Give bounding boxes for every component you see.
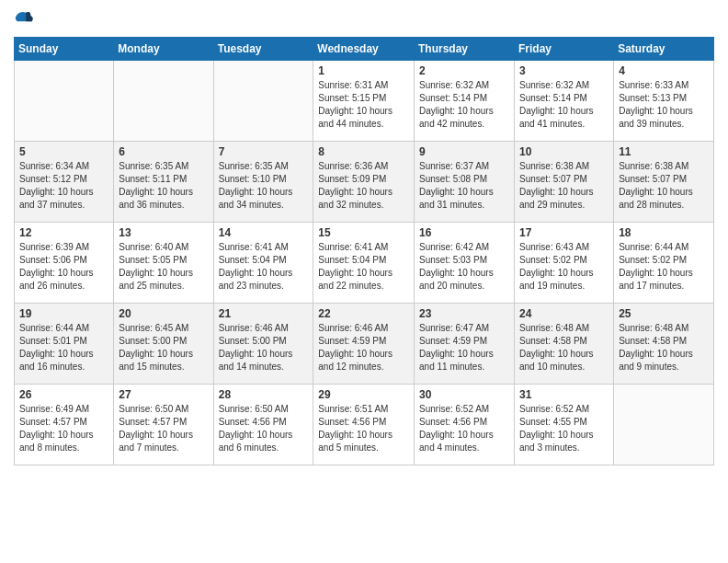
day-info: Sunrise: 6:35 AM Sunset: 5:11 PM Dayligh… [119,160,208,212]
calendar-cell: 24Sunrise: 6:48 AM Sunset: 4:58 PM Dayli… [515,304,614,385]
day-info: Sunrise: 6:47 AM Sunset: 4:59 PM Dayligh… [419,322,509,373]
logo-icon [14,9,34,29]
day-number: 25 [619,307,709,320]
day-number: 2 [419,64,509,77]
day-number: 7 [219,145,309,158]
calendar-cell: 13Sunrise: 6:40 AM Sunset: 5:05 PM Dayli… [114,223,213,304]
day-number: 8 [318,145,409,158]
day-info: Sunrise: 6:32 AM Sunset: 5:14 PM Dayligh… [519,79,609,131]
weekday-header: Wednesday [313,38,415,61]
day-number: 17 [519,226,609,239]
day-info: Sunrise: 6:31 AM Sunset: 5:15 PM Dayligh… [318,79,409,131]
day-number: 4 [619,64,709,77]
day-info: Sunrise: 6:38 AM Sunset: 5:07 PM Dayligh… [619,160,709,212]
day-info: Sunrise: 6:35 AM Sunset: 5:10 PM Dayligh… [219,160,309,212]
calendar-cell: 6Sunrise: 6:35 AM Sunset: 5:11 PM Daylig… [114,142,213,223]
calendar-cell: 3Sunrise: 6:32 AM Sunset: 5:14 PM Daylig… [515,61,614,142]
calendar-cell: 4Sunrise: 6:33 AM Sunset: 5:13 PM Daylig… [614,61,714,142]
day-number: 30 [419,388,509,401]
day-info: Sunrise: 6:43 AM Sunset: 5:02 PM Dayligh… [519,241,609,293]
day-info: Sunrise: 6:37 AM Sunset: 5:08 PM Dayligh… [419,160,509,212]
day-number: 21 [219,307,309,320]
day-info: Sunrise: 6:42 AM Sunset: 5:03 PM Dayligh… [419,241,509,293]
calendar-header-row: SundayMondayTuesdayWednesdayThursdayFrid… [15,38,714,61]
day-number: 23 [419,307,509,320]
calendar-cell: 28Sunrise: 6:50 AM Sunset: 4:56 PM Dayli… [213,385,313,465]
weekday-header: Tuesday [213,38,313,61]
day-info: Sunrise: 6:46 AM Sunset: 5:00 PM Dayligh… [219,322,309,373]
calendar-cell: 22Sunrise: 6:46 AM Sunset: 4:59 PM Dayli… [313,304,415,385]
calendar-cell: 9Sunrise: 6:37 AM Sunset: 5:08 PM Daylig… [415,142,515,223]
day-info: Sunrise: 6:44 AM Sunset: 5:02 PM Dayligh… [619,241,709,293]
page-header [14,9,714,29]
calendar-cell: 7Sunrise: 6:35 AM Sunset: 5:10 PM Daylig… [213,142,313,223]
day-number: 6 [119,145,208,158]
day-number: 13 [119,226,208,239]
calendar-week-row: 1Sunrise: 6:31 AM Sunset: 5:15 PM Daylig… [15,61,714,142]
weekday-header: Thursday [415,38,515,61]
day-info: Sunrise: 6:48 AM Sunset: 4:58 PM Dayligh… [519,322,609,373]
day-number: 5 [19,145,108,158]
day-info: Sunrise: 6:41 AM Sunset: 5:04 PM Dayligh… [219,241,309,293]
calendar-cell: 23Sunrise: 6:47 AM Sunset: 4:59 PM Dayli… [415,304,515,385]
day-number: 27 [119,388,208,401]
calendar-cell [213,61,313,142]
day-number: 16 [419,226,509,239]
weekday-header: Monday [114,38,213,61]
calendar-week-row: 19Sunrise: 6:44 AM Sunset: 5:01 PM Dayli… [15,304,714,385]
calendar-cell [614,385,714,465]
day-info: Sunrise: 6:46 AM Sunset: 4:59 PM Dayligh… [318,322,409,373]
day-info: Sunrise: 6:41 AM Sunset: 5:04 PM Dayligh… [318,241,409,293]
calendar-week-row: 26Sunrise: 6:49 AM Sunset: 4:57 PM Dayli… [15,385,714,465]
day-info: Sunrise: 6:48 AM Sunset: 4:58 PM Dayligh… [619,322,709,373]
calendar-cell: 15Sunrise: 6:41 AM Sunset: 5:04 PM Dayli… [313,223,415,304]
logo [14,9,38,29]
calendar-cell: 5Sunrise: 6:34 AM Sunset: 5:12 PM Daylig… [15,142,114,223]
calendar-cell: 20Sunrise: 6:45 AM Sunset: 5:00 PM Dayli… [114,304,213,385]
calendar-cell [114,61,213,142]
day-info: Sunrise: 6:33 AM Sunset: 5:13 PM Dayligh… [619,79,709,131]
day-number: 12 [19,226,108,239]
calendar-cell: 2Sunrise: 6:32 AM Sunset: 5:14 PM Daylig… [415,61,515,142]
day-info: Sunrise: 6:51 AM Sunset: 4:56 PM Dayligh… [318,403,409,454]
day-info: Sunrise: 6:38 AM Sunset: 5:07 PM Dayligh… [519,160,609,212]
calendar-week-row: 12Sunrise: 6:39 AM Sunset: 5:06 PM Dayli… [15,223,714,304]
calendar-cell: 1Sunrise: 6:31 AM Sunset: 5:15 PM Daylig… [313,61,415,142]
day-number: 14 [219,226,309,239]
day-number: 31 [519,388,609,401]
day-info: Sunrise: 6:50 AM Sunset: 4:56 PM Dayligh… [219,403,309,454]
day-number: 10 [519,145,609,158]
day-info: Sunrise: 6:45 AM Sunset: 5:00 PM Dayligh… [119,322,208,373]
day-number: 18 [619,226,709,239]
day-info: Sunrise: 6:34 AM Sunset: 5:12 PM Dayligh… [19,160,108,212]
calendar-cell: 30Sunrise: 6:52 AM Sunset: 4:56 PM Dayli… [415,385,515,465]
calendar-cell: 17Sunrise: 6:43 AM Sunset: 5:02 PM Dayli… [515,223,614,304]
calendar-cell [15,61,114,142]
day-number: 22 [318,307,409,320]
day-info: Sunrise: 6:36 AM Sunset: 5:09 PM Dayligh… [318,160,409,212]
calendar-cell: 16Sunrise: 6:42 AM Sunset: 5:03 PM Dayli… [415,223,515,304]
calendar-cell: 8Sunrise: 6:36 AM Sunset: 5:09 PM Daylig… [313,142,415,223]
day-number: 24 [519,307,609,320]
calendar-week-row: 5Sunrise: 6:34 AM Sunset: 5:12 PM Daylig… [15,142,714,223]
day-number: 15 [318,226,409,239]
day-number: 29 [318,388,409,401]
day-number: 3 [519,64,609,77]
calendar-table: SundayMondayTuesdayWednesdayThursdayFrid… [14,37,714,465]
day-info: Sunrise: 6:39 AM Sunset: 5:06 PM Dayligh… [19,241,108,293]
weekday-header: Saturday [614,38,714,61]
calendar-cell: 21Sunrise: 6:46 AM Sunset: 5:00 PM Dayli… [213,304,313,385]
day-number: 19 [19,307,108,320]
calendar-cell: 19Sunrise: 6:44 AM Sunset: 5:01 PM Dayli… [15,304,114,385]
calendar-cell: 14Sunrise: 6:41 AM Sunset: 5:04 PM Dayli… [213,223,313,304]
calendar-cell: 10Sunrise: 6:38 AM Sunset: 5:07 PM Dayli… [515,142,614,223]
day-number: 20 [119,307,208,320]
day-info: Sunrise: 6:52 AM Sunset: 4:56 PM Dayligh… [419,403,509,454]
day-number: 28 [219,388,309,401]
day-info: Sunrise: 6:40 AM Sunset: 5:05 PM Dayligh… [119,241,208,293]
calendar-cell: 18Sunrise: 6:44 AM Sunset: 5:02 PM Dayli… [614,223,714,304]
day-info: Sunrise: 6:50 AM Sunset: 4:57 PM Dayligh… [119,403,208,454]
calendar-cell: 31Sunrise: 6:52 AM Sunset: 4:55 PM Dayli… [515,385,614,465]
calendar-cell: 29Sunrise: 6:51 AM Sunset: 4:56 PM Dayli… [313,385,415,465]
day-info: Sunrise: 6:32 AM Sunset: 5:14 PM Dayligh… [419,79,509,131]
